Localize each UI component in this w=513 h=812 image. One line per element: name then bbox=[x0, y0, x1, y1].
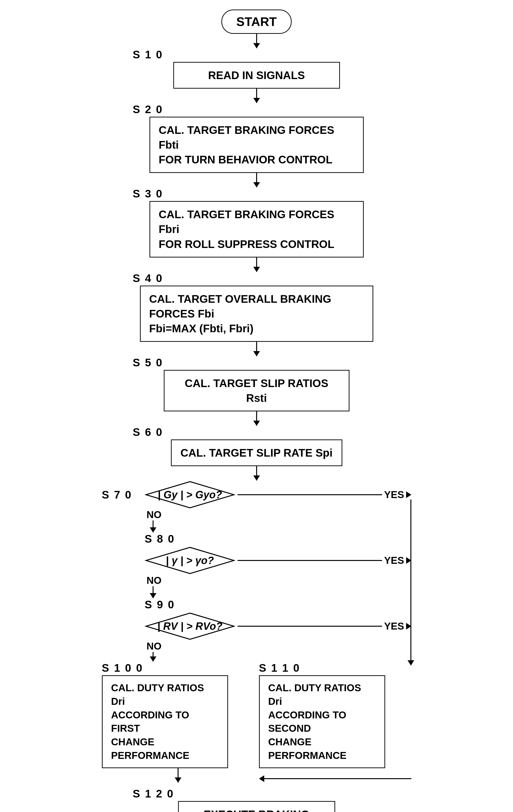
s100-label: S 1 0 0 bbox=[102, 662, 143, 674]
s70-no-arrow: NO bbox=[145, 509, 162, 532]
s80-no-label: NO bbox=[147, 575, 162, 586]
s80-row: | γ | > γo? YES bbox=[102, 546, 411, 575]
s110-col: S 1 1 0 CAL. DUTY RATIOS Dri ACCORDING T… bbox=[254, 662, 411, 768]
s100-box: CAL. DUTY RATIOS Dri ACCORDING TO FIRST … bbox=[102, 675, 228, 768]
s80-text: | γ | > γo? bbox=[145, 546, 235, 575]
s70-row: S 7 0 | Gy | > Gyo? YES bbox=[102, 481, 411, 509]
s100-s110-row: S 1 0 0 CAL. DUTY RATIOS Dri ACCORDING T… bbox=[102, 662, 411, 768]
s120-box: EXECUTE BRAKING bbox=[178, 801, 335, 812]
s10-label: S 1 0 bbox=[90, 48, 163, 61]
s60-label: S 6 0 bbox=[90, 426, 163, 438]
s80-no-row: NO bbox=[102, 575, 411, 598]
arrow-s10-s20 bbox=[256, 89, 257, 103]
s40-label: S 4 0 bbox=[90, 272, 163, 285]
arrow-s40-s50 bbox=[256, 342, 257, 356]
start-node: START bbox=[221, 9, 292, 34]
arrow-s30-s40 bbox=[256, 258, 257, 272]
arrow-s50-s60 bbox=[256, 411, 257, 426]
s30-box: CAL. TARGET BRAKING FORCES Fbri FOR ROLL… bbox=[150, 201, 364, 257]
s30-label: S 3 0 bbox=[90, 187, 163, 200]
s80-yes-branch: YES bbox=[235, 555, 411, 566]
s70-text: | Gy | > Gyo? bbox=[145, 481, 235, 509]
s70-no-row: NO bbox=[102, 509, 411, 532]
s50-box: CAL. TARGET SLIP RATIOS Rsti bbox=[164, 370, 350, 411]
s20-label: S 2 0 bbox=[90, 103, 163, 116]
s90-yes-label: YES bbox=[384, 620, 404, 632]
s50-label: S 5 0 bbox=[90, 356, 163, 369]
s80-yes-label: YES bbox=[384, 555, 404, 566]
merge-arrows bbox=[102, 768, 411, 787]
s100-col: S 1 0 0 CAL. DUTY RATIOS Dri ACCORDING T… bbox=[102, 662, 254, 768]
s70-label: S 7 0 bbox=[102, 488, 145, 501]
s90-row: | RV | > RVo? YES bbox=[102, 612, 411, 640]
s90-text: | RV | > RVo? bbox=[145, 612, 235, 640]
s70-diamond: | Gy | > Gyo? bbox=[145, 481, 235, 509]
s110-label: S 1 1 0 bbox=[259, 662, 300, 674]
arrow-s20-s30 bbox=[256, 173, 257, 187]
s70-yes-arrowhead bbox=[406, 491, 411, 498]
s90-no-label: NO bbox=[147, 640, 162, 652]
s120-label: S 1 2 0 bbox=[90, 787, 174, 800]
s90-diamond: | RV | > RVo? bbox=[145, 612, 235, 640]
s90-no-row: NO bbox=[102, 640, 411, 662]
arrow-start-s10 bbox=[256, 34, 257, 48]
s70-no-label: NO bbox=[147, 509, 162, 520]
s70-no-line bbox=[153, 520, 154, 532]
s90-yes-branch: YES bbox=[235, 620, 411, 632]
s40-box: CAL. TARGET OVERALL BRAKING FORCES Fbi F… bbox=[140, 286, 373, 342]
branches-container: S 7 0 | Gy | > Gyo? YES NO bbox=[102, 481, 411, 787]
arrow-s60-s70 bbox=[256, 466, 257, 481]
s90-label: S 9 0 bbox=[102, 598, 411, 611]
s70-yes-line bbox=[238, 494, 382, 495]
s10-box: READ IN SIGNALS bbox=[173, 62, 340, 89]
yes-rail bbox=[411, 499, 411, 662]
s70-yes-label: YES bbox=[384, 489, 404, 500]
s80-label: S 8 0 bbox=[102, 532, 411, 545]
s80-diamond: | γ | > γo? bbox=[145, 546, 235, 575]
s70-yes-branch: YES bbox=[235, 489, 411, 500]
flowchart: START S 1 0 READ IN SIGNALS S 2 0 CAL. T… bbox=[90, 9, 423, 812]
s110-box: CAL. DUTY RATIOS Dri ACCORDING TO SECOND… bbox=[259, 675, 385, 768]
s20-box: CAL. TARGET BRAKING FORCES Fbti FOR TURN… bbox=[150, 117, 364, 173]
s60-box: CAL. TARGET SLIP RATE Spi bbox=[171, 439, 342, 466]
